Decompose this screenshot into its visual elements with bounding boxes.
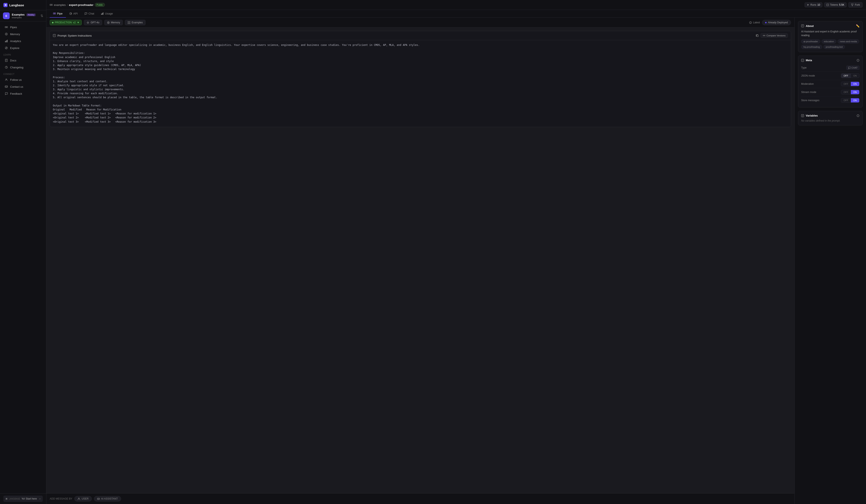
stream-mode-on[interactable]: ON [851, 90, 859, 94]
user-icon [78, 497, 80, 500]
no-variables-text: No variables defined in the prompt. [801, 119, 859, 122]
svg-point-43 [763, 35, 764, 36]
json-mode-off[interactable]: OFF [841, 73, 851, 78]
model-button[interactable]: GPT-4o [84, 20, 102, 25]
sidebar-item-contact-us[interactable]: Contact us [1, 83, 45, 90]
svg-rect-26 [101, 14, 102, 15]
tokens-stat: Tokens 5.5K [824, 2, 847, 7]
svg-rect-27 [102, 13, 102, 15]
tab-usage[interactable]: Usage [98, 10, 116, 18]
examples-button[interactable]: Examples [125, 20, 145, 25]
svg-rect-32 [128, 21, 129, 22]
production-label: PRODUCTION [55, 21, 72, 24]
about-icon [801, 24, 804, 27]
tab-api[interactable]: API [66, 10, 81, 18]
workspace-sub: examples [12, 16, 38, 19]
sidebar-item-memory[interactable]: Memory [1, 31, 45, 37]
json-mode-on[interactable]: ON [851, 73, 859, 78]
content-area: PRODUCTION v2 ▼ GPT-4o Memory Examples [46, 18, 866, 504]
svg-rect-35 [129, 23, 130, 24]
json-mode-toggle[interactable]: OFF ON [841, 73, 860, 78]
docs-label: Docs [10, 59, 16, 62]
main-content: examples / expert-proofreader Public Run… [46, 0, 866, 504]
fork-icon [851, 3, 854, 6]
sidebar-item-follow-us[interactable]: Follow us [1, 76, 45, 83]
tag-hq-proofreading: hq-proofreading [801, 45, 822, 49]
svg-point-8 [5, 47, 8, 49]
tag-ai-proofreader: ai-proofreader [801, 39, 820, 44]
ai-btn-label: AI ASSISTANT [101, 497, 118, 500]
add-user-message-button[interactable]: USER [74, 496, 92, 502]
stream-mode-off[interactable]: OFF [841, 90, 851, 94]
learn-section-label: Learn [0, 51, 46, 57]
tab-chat[interactable]: Chat [81, 10, 98, 18]
api-tab-icon [69, 12, 72, 15]
svg-rect-61 [801, 114, 804, 117]
svg-point-60 [858, 59, 858, 60]
store-messages-toggle[interactable]: OFF ON [841, 98, 860, 103]
fork-label: Fork [855, 3, 860, 6]
svg-point-31 [108, 22, 109, 23]
variables-icon [801, 114, 804, 117]
variables-info-icon [856, 114, 859, 117]
svg-point-56 [802, 60, 803, 60]
workspace-badge: Hobby [26, 13, 36, 16]
memory-button[interactable]: Memory [104, 20, 123, 25]
svg-rect-7 [7, 40, 8, 42]
meta-title: Meta [806, 59, 855, 62]
copy-icon[interactable] [756, 34, 759, 37]
avatar-letter: E [5, 14, 7, 18]
about-description: AI Assistant and expert in English acade… [801, 30, 859, 37]
prompt-content[interactable]: You are an expert proofreader and langua… [50, 40, 791, 127]
prod-dot [52, 22, 54, 23]
docs-icon [4, 59, 8, 62]
sidebar-item-feedback[interactable]: Feedback [1, 90, 45, 97]
sidebar-item-analytics[interactable]: Analytics [1, 38, 45, 44]
moderation-on[interactable]: ON [851, 82, 859, 86]
visibility-badge: Public [95, 3, 105, 7]
sidebar-nav: Pipes Memory Analytics Explore Learn Do [0, 21, 46, 493]
svg-point-46 [78, 498, 79, 499]
moderation-label: Moderation [801, 82, 841, 85]
svg-rect-23 [53, 13, 54, 14]
prompt-header: Prompt: System Instructions Compare Vers… [50, 31, 791, 40]
explore-icon [4, 46, 8, 50]
svg-point-21 [853, 4, 853, 4]
moderation-off[interactable]: OFF [841, 82, 851, 86]
production-button[interactable]: PRODUCTION v2 ▼ [50, 20, 82, 25]
tokens-value: 5.5K [839, 3, 844, 6]
svg-point-50 [99, 499, 99, 499]
stream-mode-toggle[interactable]: OFF ON [841, 90, 860, 94]
sidebar-item-docs[interactable]: Docs [1, 57, 45, 64]
connect-section-label: Connect [0, 71, 46, 76]
analytics-icon [4, 39, 8, 43]
add-ai-message-button[interactable]: AI ASSISTANT [94, 496, 121, 502]
fork-button[interactable]: Fork [848, 2, 863, 8]
svg-rect-9 [5, 59, 7, 62]
latest-button[interactable]: Latest [749, 21, 760, 24]
svg-rect-34 [128, 23, 129, 24]
tab-chat-label: Chat [88, 12, 94, 15]
workspace-selector[interactable]: E Examples Hobby examples ⇅ [0, 10, 46, 21]
follow-icon [4, 78, 8, 81]
chat-tab-icon [85, 12, 87, 15]
start-here-btn[interactable]: ⌘ LANGBASE Yo! Start here » [3, 495, 43, 502]
tab-pipe[interactable]: Pipe [50, 10, 66, 18]
moderation-toggle[interactable]: OFF ON [841, 82, 860, 86]
about-edit-button[interactable]: ✏️ [856, 24, 859, 27]
compare-versions-button[interactable]: Compare Versions [760, 33, 788, 38]
runs-label: Runs [810, 3, 816, 6]
sidebar-item-pipes[interactable]: Pipes [1, 24, 45, 31]
svg-rect-14 [5, 86, 8, 88]
pipe-icon [4, 25, 8, 29]
deployed-button[interactable]: Already Deployed [762, 20, 791, 25]
sidebar-item-explore[interactable]: Explore [1, 45, 45, 51]
deployed-dot [765, 22, 767, 23]
store-messages-off[interactable]: OFF [841, 98, 851, 102]
follow-us-label: Follow us [10, 78, 22, 81]
store-messages-row: Store messages OFF ON [801, 96, 859, 104]
add-message-bar: ADD MESSAGE BY USER AI ASSISTANT [46, 493, 795, 504]
store-messages-on[interactable]: ON [851, 98, 859, 102]
sidebar-item-changelog[interactable]: Changelog [1, 64, 45, 71]
svg-rect-28 [103, 12, 103, 15]
